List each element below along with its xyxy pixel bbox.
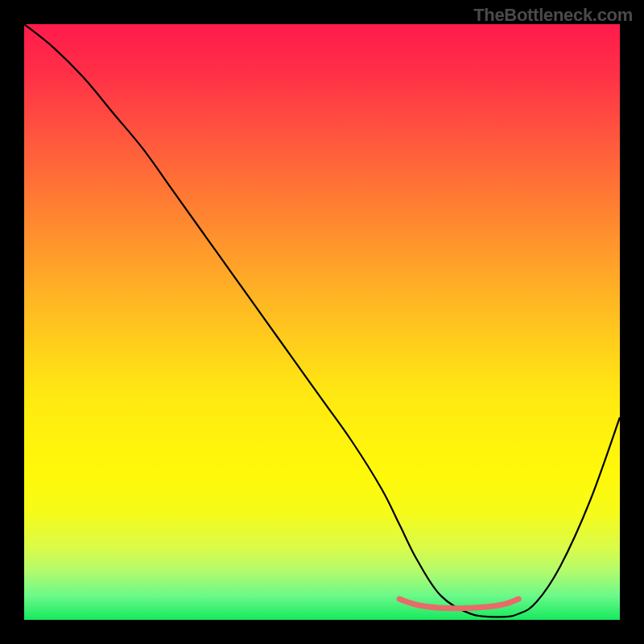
optimal-band-path — [399, 599, 518, 609]
plot-area — [24, 24, 620, 620]
watermark-text: TheBottleneck.com — [473, 5, 633, 26]
bottleneck-curve-path — [24, 24, 620, 617]
curve-overlay — [24, 24, 620, 620]
chart-container: TheBottleneck.com — [0, 0, 644, 644]
